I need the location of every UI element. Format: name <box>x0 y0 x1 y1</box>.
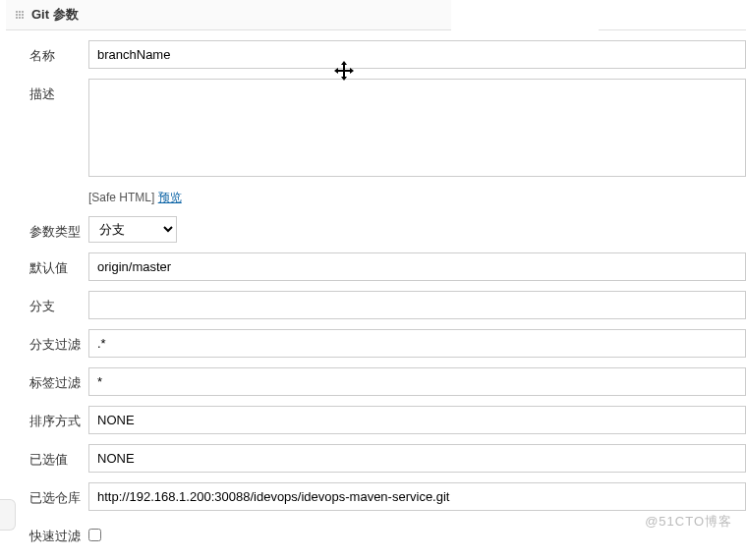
selected-repo-input[interactable] <box>88 482 746 511</box>
svg-point-1 <box>19 11 21 13</box>
row-description: 描述 <box>29 79 746 180</box>
label-branch-filter: 分支过滤 <box>29 329 88 354</box>
drag-handle-icon[interactable] <box>14 9 26 21</box>
header-spacer <box>599 0 746 30</box>
row-selected-repo: 已选仓库 <box>29 482 746 511</box>
name-input[interactable] <box>88 40 746 69</box>
watermark-text: @51CTO博客 <box>645 513 732 531</box>
section-header: Git 参数 <box>6 0 451 30</box>
row-sort-mode: 排序方式 <box>29 406 746 434</box>
description-textarea[interactable] <box>88 79 746 177</box>
branch-input[interactable] <box>88 291 746 319</box>
svg-point-2 <box>22 11 24 13</box>
safe-html-prefix: [Safe HTML] <box>88 191 154 204</box>
tag-filter-input[interactable] <box>88 367 746 396</box>
section-title: Git 参数 <box>31 6 79 24</box>
row-param-type: 参数类型 分支 <box>29 216 746 243</box>
label-description: 描述 <box>29 79 88 103</box>
label-branch: 分支 <box>29 291 88 315</box>
safe-html-hint: [Safe HTML] 预览 <box>88 190 746 206</box>
branch-filter-input[interactable] <box>88 329 746 358</box>
row-name: 名称 <box>29 40 746 69</box>
label-selected-repo: 已选仓库 <box>29 482 88 507</box>
label-default-value: 默认值 <box>29 252 88 277</box>
sort-mode-input[interactable] <box>88 406 746 434</box>
label-param-type: 参数类型 <box>29 216 88 241</box>
svg-point-0 <box>16 11 18 13</box>
param-type-select[interactable]: 分支 <box>88 216 177 243</box>
row-tag-filter: 标签过滤 <box>29 367 746 396</box>
label-tag-filter: 标签过滤 <box>29 367 88 392</box>
row-branch: 分支 <box>29 291 746 319</box>
svg-point-7 <box>19 17 21 19</box>
selected-value-input[interactable] <box>88 444 746 473</box>
form-body: 名称 描述 [Safe HTML] 预览 参数类型 分支 默认值 分支 <box>0 30 746 545</box>
row-default-value: 默认值 <box>29 252 746 281</box>
left-tab-stub[interactable] <box>0 499 16 531</box>
svg-point-6 <box>16 17 18 19</box>
svg-point-8 <box>22 17 24 19</box>
svg-point-5 <box>22 14 24 16</box>
label-selected-value: 已选值 <box>29 444 88 469</box>
svg-point-3 <box>16 14 18 16</box>
quick-filter-checkbox[interactable] <box>88 529 101 541</box>
preview-link[interactable]: 预览 <box>158 191 182 204</box>
svg-point-4 <box>19 14 21 16</box>
label-quick-filter: 快速过滤 <box>29 521 88 545</box>
default-value-input[interactable] <box>88 252 746 281</box>
row-selected-value: 已选值 <box>29 444 746 473</box>
label-sort-mode: 排序方式 <box>29 406 88 430</box>
row-branch-filter: 分支过滤 <box>29 329 746 358</box>
row-quick-filter: 快速过滤 <box>29 521 746 545</box>
label-name: 名称 <box>29 40 88 65</box>
